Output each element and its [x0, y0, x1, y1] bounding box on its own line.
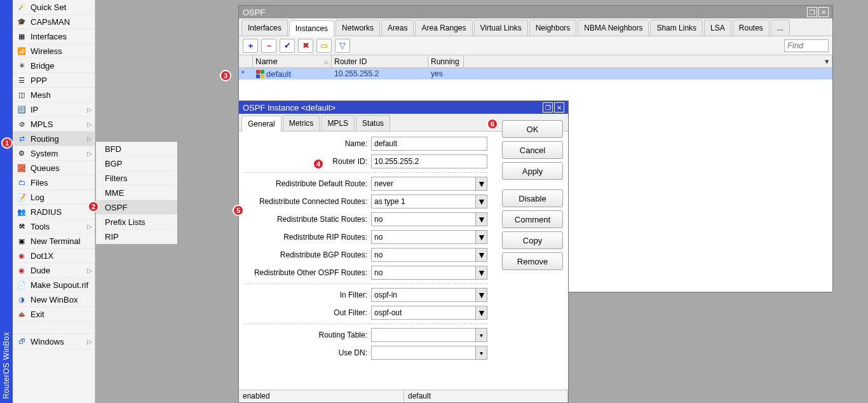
name-input[interactable] — [371, 137, 487, 151]
submenu-item-mme[interactable]: MME — [96, 186, 177, 200]
cancel-button[interactable]: Cancel — [502, 141, 563, 159]
tab-areas[interactable]: Areas — [381, 20, 414, 36]
sidebar-item-dude[interactable]: ◉Dude▷ — [13, 263, 95, 278]
sidebar-item-ppp[interactable]: ☰PPP — [13, 73, 95, 88]
main-sidebar: 🪄Quick Set 🎓CAPsMAN ▦Interfaces 📶Wireles… — [13, 0, 95, 403]
dropdown-icon[interactable]: ▾ — [476, 328, 487, 342]
tab-instances[interactable]: Instances — [289, 20, 334, 36]
restore-button[interactable]: ❐ — [543, 102, 553, 113]
dropdown-icon[interactable]: ⯆ — [476, 306, 487, 320]
sidebar-item-ip[interactable]: 🔢IP▷ — [13, 102, 95, 117]
sidebar-item-routing[interactable]: ⇄Routing▷ — [13, 132, 95, 146]
redist-default-select[interactable] — [371, 177, 476, 191]
column-menu-icon[interactable]: ▾ — [825, 57, 829, 66]
dropdown-icon[interactable]: ⯆ — [476, 195, 487, 208]
ospf-titlebar[interactable]: OSPF ❐ ✕ — [239, 6, 832, 18]
sidebar-item-windows[interactable]: 🗗Windows▷ — [13, 334, 95, 349]
tab-mpls[interactable]: MPLS — [321, 115, 355, 131]
sidebar-item-interfaces[interactable]: ▦Interfaces — [13, 29, 95, 44]
sidebar-item-capsman[interactable]: 🎓CAPsMAN — [13, 15, 95, 29]
ospf-grid-row[interactable]: * default 10.255.255.2 yes — [239, 68, 832, 79]
submenu-item-prefixlists[interactable]: Prefix Lists — [96, 215, 177, 229]
redist-rip-select[interactable] — [371, 230, 476, 244]
tab-general[interactable]: General — [241, 116, 281, 132]
apply-button[interactable]: Apply — [502, 162, 563, 180]
comment-button[interactable]: ▭ — [316, 39, 332, 53]
sidebar-item-queues[interactable]: 🧱Queues — [13, 161, 95, 175]
sidebar-item-log[interactable]: 📝Log — [13, 190, 95, 205]
tab-arearanges[interactable]: Area Ranges — [415, 20, 472, 36]
sidebar-item-exit[interactable]: ⏏Exit — [13, 307, 95, 322]
routerid-input[interactable] — [371, 154, 487, 168]
wireless-icon: 📶 — [17, 46, 27, 56]
dropdown-icon[interactable]: ⯆ — [476, 230, 487, 244]
tab-routes[interactable]: Routes — [733, 20, 770, 36]
find-input[interactable] — [784, 39, 829, 52]
infilter-select[interactable] — [371, 288, 476, 302]
redist-connected-select[interactable] — [371, 195, 476, 208]
sidebar-item-radius[interactable]: 👥RADIUS — [13, 205, 95, 219]
dropdown-icon[interactable]: ▾ — [476, 346, 487, 360]
tab-interfaces[interactable]: Interfaces — [241, 20, 288, 36]
sidebar-item-wireless[interactable]: 📶Wireless — [13, 44, 95, 58]
instance-titlebar[interactable]: OSPF Instance <default> ❐ ✕ — [239, 101, 568, 114]
disable-button[interactable]: ✖ — [298, 39, 313, 53]
close-button[interactable]: ✕ — [818, 7, 829, 17]
tab-networks[interactable]: Networks — [336, 20, 380, 36]
dropdown-icon[interactable]: ⯆ — [476, 177, 487, 191]
enable-button[interactable]: ✔ — [280, 39, 295, 53]
remove-button[interactable]: － — [261, 39, 276, 53]
column-routerid[interactable]: Router ID — [332, 55, 428, 67]
comment-button[interactable]: Comment — [502, 210, 563, 228]
dropdown-icon[interactable]: ⯆ — [476, 266, 487, 280]
sidebar-item-supout[interactable]: 📄Make Supout.rif — [13, 278, 95, 292]
add-button[interactable]: ＋ — [243, 39, 258, 53]
disable-button[interactable]: Disable — [502, 189, 563, 207]
close-button[interactable]: ✕ — [554, 102, 564, 113]
tab-lsa[interactable]: LSA — [704, 20, 731, 36]
tab-metrics[interactable]: Metrics — [283, 115, 320, 131]
tab-more[interactable]: ... — [771, 20, 790, 36]
submenu-item-ospf[interactable]: OSPF — [96, 200, 177, 215]
sidebar-item-newwinbox[interactable]: ◑New WinBox — [13, 292, 95, 307]
outfilter-select[interactable] — [371, 306, 476, 320]
redist-static-select[interactable] — [371, 212, 476, 226]
infilter-label: In Filter: — [244, 290, 371, 299]
redist-bgp-select[interactable] — [371, 248, 476, 262]
tab-status[interactable]: Status — [356, 115, 390, 131]
copy-button[interactable]: Copy — [502, 231, 563, 249]
filter-button[interactable]: ▽ — [335, 39, 350, 53]
sidebar-item-mpls[interactable]: ⊘MPLS▷ — [13, 117, 95, 132]
sidebar-item-files[interactable]: 🗀Files — [13, 175, 95, 190]
column-running[interactable]: Running — [428, 55, 464, 67]
tab-virtuallinks[interactable]: Virtual Links — [474, 20, 528, 36]
usedn-select[interactable] — [371, 346, 476, 360]
sidebar-item-dot1x[interactable]: ◉Dot1X — [13, 249, 95, 263]
ospf-instance-window: OSPF Instance <default> ❐ ✕ General Metr… — [238, 100, 569, 403]
dropdown-icon[interactable]: ⯆ — [476, 212, 487, 226]
sidebar-item-newterminal[interactable]: ▣New Terminal — [13, 234, 95, 249]
remove-button[interactable]: Remove — [502, 252, 563, 270]
sidebar-item-tools[interactable]: 🛠Tools▷ — [13, 219, 95, 234]
redist-other-select[interactable] — [371, 266, 476, 280]
submenu-item-filters[interactable]: Filters — [96, 171, 177, 186]
ok-button[interactable]: OK — [502, 120, 563, 138]
ospf-tabs: Interfaces Instances Networks Areas Area… — [239, 18, 832, 36]
interfaces-icon: ▦ — [17, 31, 27, 41]
column-flag[interactable] — [239, 55, 253, 67]
submenu-item-bgp[interactable]: BGP — [96, 156, 177, 171]
dropdown-icon[interactable]: ⯆ — [476, 288, 487, 302]
submenu-item-rip[interactable]: RIP — [96, 229, 177, 244]
dropdown-icon[interactable]: ⯆ — [476, 248, 487, 262]
tab-neighbors[interactable]: Neighbors — [529, 20, 577, 36]
tab-nbma[interactable]: NBMA Neighbors — [578, 20, 649, 36]
routingtable-select[interactable] — [371, 328, 476, 342]
sidebar-item-bridge[interactable]: ✳Bridge — [13, 58, 95, 73]
sidebar-item-system[interactable]: ⚙System▷ — [13, 146, 95, 161]
tab-shamlinks[interactable]: Sham Links — [650, 20, 703, 36]
submenu-item-bfd[interactable]: BFD — [96, 142, 177, 156]
sidebar-item-quickset[interactable]: 🪄Quick Set — [13, 0, 95, 15]
column-name[interactable]: Name△ — [253, 55, 332, 67]
restore-button[interactable]: ❐ — [807, 7, 817, 17]
sidebar-item-mesh[interactable]: ◫Mesh — [13, 88, 95, 102]
